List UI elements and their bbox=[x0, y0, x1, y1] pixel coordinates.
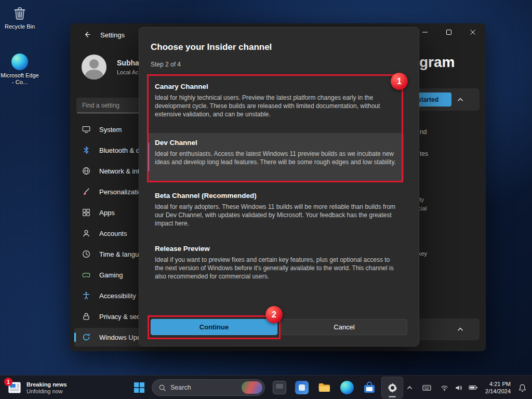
window-title: Settings bbox=[100, 31, 125, 39]
text-fragment: tes bbox=[420, 150, 428, 157]
touch-keyboard-button[interactable] bbox=[420, 382, 433, 393]
keyboard-icon bbox=[422, 384, 431, 391]
chevron-up-icon bbox=[406, 384, 413, 391]
notification-center-button[interactable] bbox=[516, 381, 529, 394]
maximize-button[interactable] bbox=[437, 23, 461, 41]
dialog-title: Choose your Insider channel bbox=[151, 42, 272, 52]
search-icon bbox=[158, 384, 166, 392]
continue-button[interactable]: Continue bbox=[151, 319, 277, 335]
user-name: Subha bbox=[117, 59, 139, 67]
folder-icon bbox=[317, 381, 331, 394]
back-button[interactable] bbox=[78, 28, 95, 41]
lock-icon bbox=[82, 312, 91, 321]
widgets-button[interactable]: 1 Breaking news Unfolding now bbox=[3, 377, 71, 398]
wifi-icon bbox=[441, 384, 448, 392]
widget-subline: Unfolding now bbox=[26, 388, 67, 394]
game-controller-icon bbox=[82, 270, 91, 280]
text-fragment: key bbox=[418, 250, 427, 257]
taskbar-search-box[interactable]: Search bbox=[152, 379, 265, 396]
paintbrush-icon bbox=[82, 187, 91, 196]
option-description: Ideal for highly technical users. Previe… bbox=[155, 94, 396, 118]
blue-app-icon bbox=[295, 381, 309, 394]
task-view-icon bbox=[273, 381, 286, 394]
tray-overflow-button[interactable] bbox=[404, 382, 415, 393]
desktop-icon-label: Recycle Bin bbox=[5, 23, 35, 30]
globe-icon bbox=[82, 166, 91, 176]
desktop-icon-microsoft-edge[interactable]: Microsoft Edge - Co... bbox=[0, 53, 39, 86]
option-dev-channel[interactable]: Dev Channel Ideal for enthusiasts. Acces… bbox=[148, 133, 404, 181]
clock-time: 4:21 PM bbox=[485, 380, 511, 388]
search-highlight-image bbox=[242, 381, 262, 394]
chevron-up-icon[interactable] bbox=[457, 96, 464, 103]
clock-icon bbox=[82, 249, 91, 259]
option-beta-channel[interactable]: Beta Channel (Recommended) Ideal for ear… bbox=[148, 186, 404, 237]
option-title: Beta Channel (Recommended) bbox=[155, 192, 396, 200]
close-button[interactable] bbox=[461, 23, 485, 41]
person-icon bbox=[82, 229, 91, 238]
network-volume-battery-button[interactable] bbox=[438, 382, 480, 394]
background-card bbox=[413, 318, 480, 340]
gear-icon bbox=[387, 382, 398, 394]
text-fragment: nd bbox=[420, 128, 427, 136]
clock[interactable]: 4:21 PM 2/14/2024 bbox=[485, 380, 511, 395]
file-explorer-button[interactable] bbox=[314, 377, 335, 398]
step-indicator: Step 2 of 4 bbox=[151, 61, 181, 68]
user-account-type: Local Ac bbox=[117, 69, 139, 75]
avatar bbox=[82, 55, 107, 79]
user-profile[interactable]: Subha Local Ac bbox=[82, 55, 139, 79]
start-button[interactable] bbox=[129, 377, 150, 398]
option-description: Ideal for enthusiasts. Access the latest… bbox=[155, 150, 396, 166]
option-description: Ideal if you want to preview fixes and c… bbox=[155, 256, 396, 281]
widget-headline: Breaking news bbox=[26, 381, 67, 388]
battery-icon bbox=[469, 384, 478, 391]
bell-icon bbox=[518, 383, 527, 392]
option-canary-channel[interactable]: Canary Channel Ideal for highly technica… bbox=[148, 77, 404, 129]
windows-logo-icon bbox=[134, 382, 145, 393]
settings-button[interactable] bbox=[382, 377, 403, 398]
search-label: Search bbox=[170, 384, 237, 391]
recycle-bin-icon bbox=[11, 4, 29, 22]
text-fragment: cial bbox=[418, 205, 427, 211]
cancel-button[interactable]: Cancel bbox=[281, 319, 407, 335]
accessibility-icon bbox=[82, 291, 91, 300]
option-title: Release Preview bbox=[155, 245, 396, 252]
desktop-wallpaper: Recycle Bin Microsoft Edge - Co... Setti… bbox=[0, 0, 532, 399]
option-description: Ideal for early adopters. These Windows … bbox=[155, 203, 396, 228]
bluetooth-icon bbox=[82, 145, 91, 155]
chevron-up-icon[interactable] bbox=[457, 326, 464, 333]
store-button[interactable] bbox=[359, 377, 380, 398]
system-icon bbox=[82, 125, 91, 134]
insider-channel-dialog: Choose your Insider channel Step 2 of 4 … bbox=[139, 27, 419, 347]
edge-icon bbox=[340, 381, 354, 394]
edge-icon bbox=[11, 53, 29, 71]
volume-icon bbox=[455, 384, 462, 392]
update-arrows-icon bbox=[82, 332, 91, 342]
option-title: Dev Channel bbox=[155, 139, 396, 147]
taskbar: 1 Breaking news Unfolding now Search bbox=[0, 375, 532, 399]
desktop-icon-label: Microsoft Edge - Co... bbox=[0, 72, 39, 86]
option-release-preview[interactable]: Release Preview Ideal if you want to pre… bbox=[148, 239, 404, 297]
page-heading-fragment: gram bbox=[419, 54, 455, 71]
clock-date: 2/14/2024 bbox=[485, 388, 511, 395]
apps-grid-icon bbox=[82, 208, 91, 217]
get-started-button-fragment[interactable]: started bbox=[416, 92, 451, 107]
task-view-button[interactable] bbox=[269, 377, 290, 398]
system-tray: 4:21 PM 2/14/2024 bbox=[404, 376, 529, 399]
store-bag-icon bbox=[363, 381, 376, 394]
edge-button[interactable] bbox=[337, 377, 357, 398]
option-title: Canary Channel bbox=[155, 83, 396, 90]
widget-notification-badge: 1 bbox=[4, 378, 12, 386]
desktop-icon-recycle-bin[interactable]: Recycle Bin bbox=[0, 4, 39, 30]
blue-app-button[interactable] bbox=[291, 377, 312, 398]
